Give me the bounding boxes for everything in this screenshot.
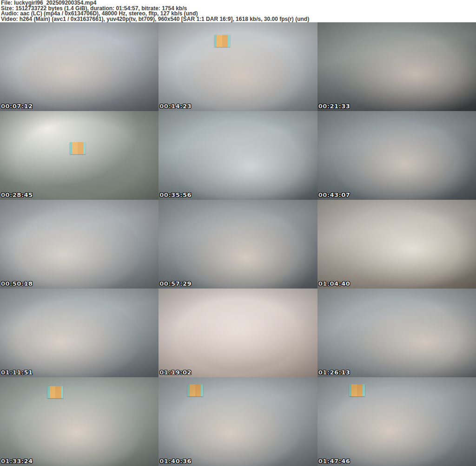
timestamp-overlay: 01:19:02 [159, 369, 192, 376]
timestamp-overlay: 01:33:24 [1, 458, 33, 465]
thumbnail-grid: 00:07:1200:14:2300:21:3300:28:4500:35:56… [0, 22, 476, 466]
timestamp-overlay: 00:07:12 [1, 103, 33, 110]
wall-art-placeholder [187, 384, 203, 396]
timestamp-overlay: 00:43:07 [318, 191, 350, 198]
metadata-line-video: Video: h264 (Main) (avc1 / 0x31637661), … [1, 17, 476, 22]
video-thumbnail[interactable]: 00:57:29 [159, 200, 317, 289]
timestamp-overlay: 00:14:23 [159, 103, 192, 110]
video-thumbnail[interactable]: 00:43:07 [317, 111, 476, 200]
video-thumbnail[interactable]: 00:21:33 [317, 22, 476, 111]
timestamp-overlay: 00:50:18 [1, 280, 33, 287]
timestamp-overlay: 01:11:51 [1, 369, 33, 376]
timestamp-overlay: 00:28:45 [1, 191, 33, 198]
video-thumbnail[interactable]: 00:50:18 [0, 200, 159, 289]
video-thumbnail[interactable]: 00:28:45 [0, 111, 159, 200]
timestamp-overlay: 01:40:36 [159, 458, 192, 465]
video-thumbnail[interactable]: 01:04:40 [317, 200, 476, 289]
video-thumbnail[interactable]: 00:35:56 [159, 111, 317, 200]
video-thumbnail[interactable]: 00:07:12 [0, 22, 159, 111]
timestamp-overlay: 00:57:29 [159, 280, 192, 287]
video-thumbnail[interactable]: 01:40:36 [159, 377, 317, 466]
timestamp-overlay: 01:04:40 [318, 280, 350, 287]
wall-art-placeholder [214, 35, 230, 47]
timestamp-overlay: 01:47:46 [318, 458, 350, 465]
video-thumbnail[interactable]: 01:11:51 [0, 289, 159, 377]
video-contact-sheet: File: luckygirl96_202509200354.mp4 Size:… [0, 0, 476, 466]
timestamp-overlay: 01:26:13 [318, 369, 350, 376]
video-thumbnail[interactable]: 01:26:13 [317, 289, 476, 377]
video-thumbnail[interactable]: 01:47:46 [317, 377, 476, 466]
wall-art-placeholder [70, 142, 86, 154]
wall-art-placeholder [349, 384, 365, 396]
video-thumbnail[interactable]: 01:19:02 [159, 289, 317, 377]
wall-art-placeholder [47, 386, 63, 398]
timestamp-overlay: 00:35:56 [159, 191, 192, 198]
timestamp-overlay: 00:21:33 [318, 103, 350, 110]
video-thumbnail[interactable]: 01:33:24 [0, 377, 159, 466]
file-metadata-header: File: luckygirl96_202509200354.mp4 Size:… [0, 0, 476, 22]
video-thumbnail[interactable]: 00:14:23 [159, 22, 317, 111]
